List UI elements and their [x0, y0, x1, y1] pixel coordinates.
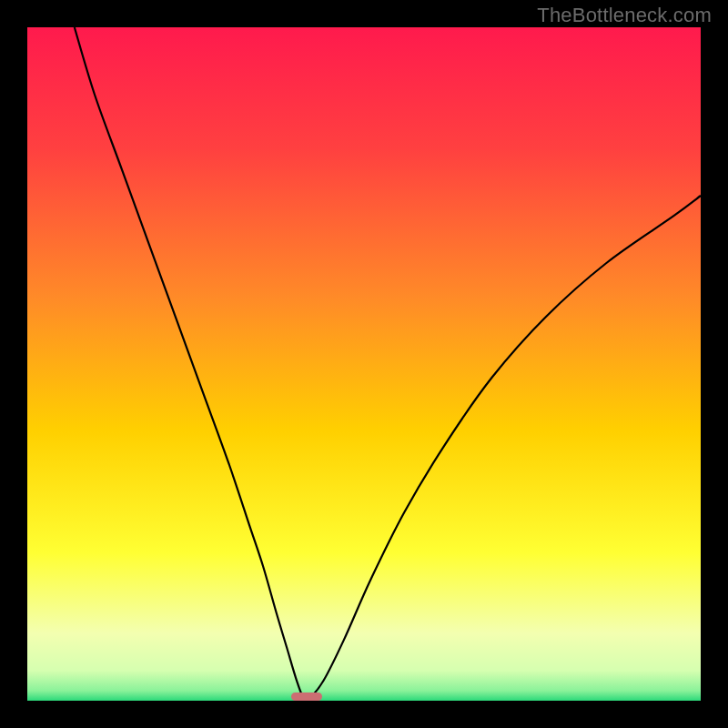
chart-frame: TheBottleneck.com [0, 0, 728, 728]
plot-area [27, 27, 701, 701]
gradient-background [27, 27, 701, 701]
optimum-marker [291, 693, 321, 701]
watermark-text: TheBottleneck.com [537, 4, 712, 27]
plot-svg [27, 27, 701, 701]
